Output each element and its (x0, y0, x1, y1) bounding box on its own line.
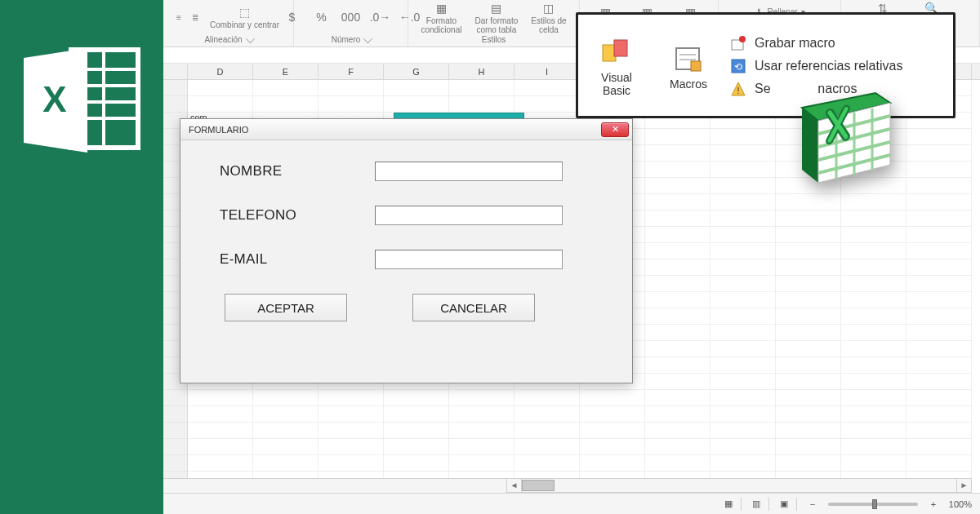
alignment-launcher-icon[interactable] (245, 33, 254, 42)
record-macro-icon (730, 35, 746, 51)
col-header[interactable]: G (384, 64, 449, 79)
format-as-table-button[interactable]: ▤Dar formato como tabla (471, 0, 521, 36)
svg-rect-9 (614, 40, 627, 56)
zoom-out-button[interactable]: − (807, 499, 818, 509)
scroll-right-icon[interactable]: ► (956, 479, 971, 492)
group-alignment-label: Alineación (204, 35, 242, 44)
name-label: NOMBRE (220, 163, 375, 179)
svg-rect-13 (691, 61, 701, 71)
col-header[interactable]: E (253, 64, 318, 79)
conditional-format-button[interactable]: ▦Formato condicional (417, 0, 465, 36)
phone-label: TELEFONO (220, 207, 375, 224)
userform-title: FORMULARIO (189, 125, 248, 135)
percent-button[interactable]: % (310, 7, 333, 27)
record-macro-button[interactable]: Grabar macro (730, 35, 943, 51)
accept-button[interactable]: ACEPTAR (225, 294, 347, 321)
col-header[interactable]: H (449, 64, 514, 79)
zoom-slider[interactable] (828, 503, 918, 506)
brand-sidebar: X (0, 0, 163, 514)
col-header[interactable]: D (188, 64, 253, 79)
currency-button[interactable]: $ (281, 7, 304, 27)
userform-dialog: FORMULARIO ✕ NOMBRE TELEFONO E-MAIL ACEP… (180, 118, 633, 383)
visual-basic-button[interactable]: Visual Basic (586, 21, 647, 111)
col-header[interactable]: I (514, 64, 580, 79)
phone-input[interactable] (375, 206, 563, 225)
visual-basic-icon (599, 35, 634, 69)
col-header[interactable]: F (318, 64, 384, 79)
increase-decimal-button[interactable]: .0→ (369, 7, 392, 27)
page-layout-view-icon[interactable]: ▥ (751, 498, 769, 511)
normal-view-icon[interactable]: ▦ (724, 498, 742, 511)
status-bar: ▦ ▥ ▣ − + 100% (163, 493, 980, 514)
scroll-left-icon[interactable]: ◄ (507, 479, 522, 492)
relative-references-button[interactable]: ⟲ Usar referencias relativas (730, 58, 943, 74)
page-break-view-icon[interactable]: ▣ (779, 498, 797, 511)
zoom-in-button[interactable]: + (928, 499, 939, 509)
indent-increase-icon[interactable]: ≣ (190, 12, 200, 22)
cell-styles-button[interactable]: ◫Estilos de celda (528, 0, 569, 36)
svg-text:!: ! (737, 86, 739, 95)
indent-decrease-icon[interactable]: ≡ (174, 12, 184, 22)
warning-icon: ! (730, 81, 746, 97)
svg-text:⟲: ⟲ (734, 61, 742, 73)
excel-3d-icon (786, 80, 908, 194)
svg-marker-21 (802, 108, 818, 183)
zoom-level[interactable]: 100% (949, 499, 972, 509)
svg-point-15 (739, 36, 746, 42)
email-label: E-MAIL (220, 251, 375, 268)
group-number-label: Número (332, 35, 361, 44)
sheet-tabs[interactable] (163, 478, 506, 493)
macros-button[interactable]: Macros (658, 21, 719, 111)
group-styles-label: Estilos (482, 35, 506, 44)
cancel-button[interactable]: CANCELAR (412, 294, 535, 321)
number-launcher-icon[interactable] (363, 33, 372, 42)
close-icon[interactable]: ✕ (601, 122, 629, 137)
svg-text:X: X (42, 79, 66, 119)
email-input[interactable] (375, 250, 563, 269)
relative-references-icon: ⟲ (730, 58, 746, 74)
excel-window: ≡ ≣ ⬚ Combinar y centrar Alineación $ % … (163, 0, 980, 514)
merge-center-button[interactable]: ⬚ Combinar y centrar (207, 2, 283, 32)
thousands-button[interactable]: 000 (340, 7, 363, 27)
macros-icon (671, 42, 706, 76)
horizontal-scrollbar[interactable]: ◄ ► (506, 478, 972, 493)
name-input[interactable] (375, 162, 563, 181)
excel-logo-icon: X (20, 45, 143, 159)
